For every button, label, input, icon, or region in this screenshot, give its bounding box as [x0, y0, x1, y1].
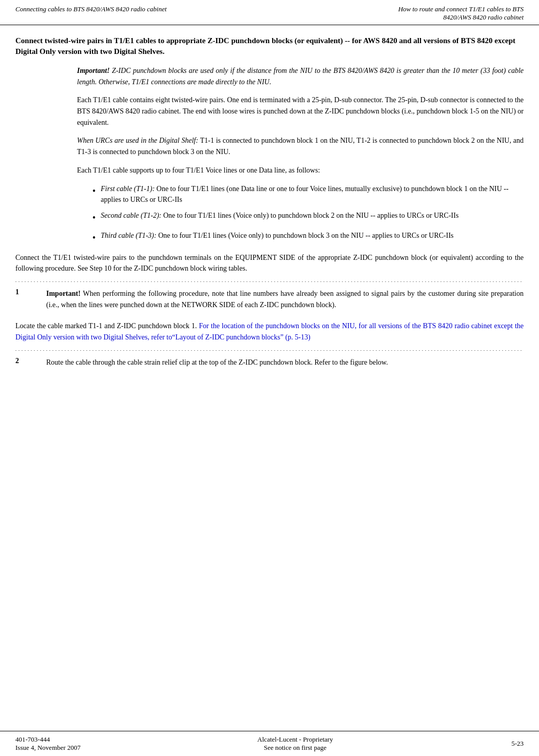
footer-doc-number: 401-703-444	[15, 735, 98, 744]
bullet-item-3: • Third cable (T1-3): One to four T1/E1 …	[92, 230, 524, 245]
divider-2	[15, 350, 524, 351]
footer-notice: See notice on first page	[98, 744, 493, 752]
para2-italic: When URCs are used in the Digital Shelf:	[77, 137, 198, 144]
main-heading-text: Connect twisted-wire pairs in T1/E1 cabl…	[15, 36, 515, 55]
bullet-label-1: First cable (T1-1):	[101, 185, 155, 193]
step-1-number: 1	[15, 288, 46, 296]
bullet-label-3: Third cable (T1-3):	[101, 232, 156, 239]
bullet-dot-3: •	[92, 231, 95, 245]
header-left-text: Connecting cables to BTS 8420/AWS 8420 r…	[15, 5, 167, 13]
footer-left: 401-703-444 Issue 4, November 2007	[15, 735, 98, 752]
step-1-text: Important! When performing the following…	[46, 288, 524, 310]
paragraph-2: When URCs are used in the Digital Shelf:…	[77, 135, 524, 157]
step-2-number: 2	[15, 357, 46, 365]
bullet-body-3: One to four T1/E1 lines (Voice only) to …	[157, 232, 454, 239]
bullet-list: • First cable (T1-1): One to four T1/E1 …	[92, 183, 524, 245]
step2-text: Route the cable through the cable strain…	[46, 358, 388, 366]
bullet-text-3: Third cable (T1-3): One to four T1/E1 li…	[101, 230, 453, 241]
step-1-content: Important! When performing the following…	[46, 288, 524, 315]
indented-section: Important! Z-IDC punchdown blocks are us…	[77, 65, 524, 245]
bullet-item-2: • Second cable (T1-2): One to four T1/E1…	[92, 210, 524, 225]
header-right-line2: 8420/AWS 8420 radio cabinet	[398, 13, 524, 22]
header-right: How to route and connect T1/E1 cables to…	[398, 5, 524, 22]
step-1-section: 1 Important! When performing the followi…	[15, 288, 524, 315]
header-left: Connecting cables to BTS 8420/AWS 8420 r…	[15, 5, 167, 22]
bullet-dot-1: •	[92, 184, 95, 198]
para1-text: Each T1/E1 cable contains eight twisted-…	[77, 96, 524, 126]
footer-right: 5-23	[493, 740, 524, 748]
bullet-dot-2: •	[92, 211, 95, 225]
paragraph-3: Each T1/E1 cable supports up to four T1/…	[77, 165, 524, 176]
bullet-text-1: First cable (T1-1): One to four T1/E1 li…	[101, 183, 524, 205]
paragraph-1: Each T1/E1 cable contains eight twisted-…	[77, 94, 524, 128]
paragraph-4: Connect the T1/E1 twisted-wire pairs to …	[15, 252, 524, 274]
important-note: Important! Z-IDC punchdown blocks are us…	[77, 65, 524, 87]
main-content: Connect twisted-wire pairs in T1/E1 cabl…	[0, 25, 539, 419]
page-header: Connecting cables to BTS 8420/AWS 8420 r…	[0, 0, 539, 25]
important-label: Important!	[77, 67, 110, 74]
bullet-label-2: Second cable (T1-2):	[101, 212, 161, 219]
bullet-text-2: Second cable (T1-2): One to four T1/E1 l…	[101, 210, 458, 221]
step-2-content: Route the cable through the cable strain…	[46, 357, 524, 373]
important-note-text: Z-IDC punchdown blocks are used only if …	[77, 67, 524, 86]
bullet-body-2: One to four T1/E1 lines (Voice only) to …	[162, 212, 459, 219]
step1-text: When performing the following procedure,…	[46, 290, 524, 309]
bullet-item-1: • First cable (T1-1): One to four T1/E1 …	[92, 183, 524, 205]
step-2-section: 2 Route the cable through the cable stra…	[15, 357, 524, 373]
step-2-text: Route the cable through the cable strain…	[46, 357, 524, 368]
main-heading: Connect twisted-wire pairs in T1/E1 cabl…	[15, 35, 524, 57]
footer-center: Alcatel-Lucent - Proprietary See notice …	[98, 735, 493, 752]
para4-text: Connect the T1/E1 twisted-wire pairs to …	[15, 254, 524, 273]
para3-text: Each T1/E1 cable supports up to four T1/…	[77, 166, 320, 174]
page-footer: 401-703-444 Issue 4, November 2007 Alcat…	[0, 731, 539, 756]
step-1-body: Locate the cable marked T1-1 and Z-IDC p…	[15, 320, 524, 343]
step1-important-label: Important!	[46, 290, 81, 297]
header-right-line1: How to route and connect T1/E1 cables to…	[398, 5, 524, 13]
divider-1	[15, 281, 524, 282]
bullet-body-1: One to four T1/E1 lines (one Data line o…	[101, 185, 508, 203]
footer-issue: Issue 4, November 2007	[15, 744, 98, 752]
step1-body-pre: Locate the cable marked T1-1 and Z-IDC p…	[15, 322, 197, 330]
footer-proprietary: Alcatel-Lucent - Proprietary	[98, 735, 493, 744]
footer-page-number: 5-23	[511, 740, 524, 747]
